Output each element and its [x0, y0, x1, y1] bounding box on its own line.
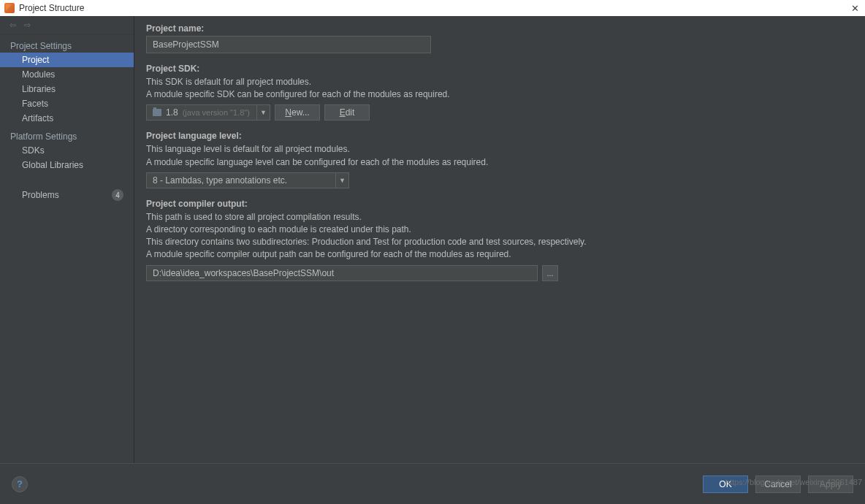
lang-level-label: Project language level:: [146, 131, 853, 141]
nav-forward-icon[interactable]: ⇨: [22, 20, 32, 31]
sidebar-item-facets[interactable]: Facets: [0, 96, 134, 111]
sidebar-item-global-libraries[interactable]: Global Libraries: [0, 158, 134, 172]
chevron-down-icon[interactable]: ▼: [257, 104, 270, 121]
problems-badge: 4: [112, 189, 123, 201]
sidebar-item-problems[interactable]: Problems 4: [0, 187, 134, 203]
browse-button[interactable]: ...: [542, 265, 558, 281]
window-title: Project Structure: [19, 3, 84, 13]
close-icon[interactable]: ✕: [849, 2, 861, 14]
compiler-output-input[interactable]: [146, 265, 538, 281]
lang-desc1: This language level is default for all p…: [146, 143, 853, 155]
out-desc3: This directory contains two subdirectori…: [146, 236, 853, 248]
chevron-down-icon[interactable]: ▼: [336, 172, 349, 188]
nav-back-icon[interactable]: ⇦: [7, 20, 18, 31]
out-desc1: This path is used to store all project c…: [146, 211, 853, 223]
sdk-desc1: This SDK is default for all project modu…: [146, 76, 853, 88]
sdk-desc2: A module specific SDK can be configured …: [146, 88, 853, 100]
out-desc2: A directory corresponding to each module…: [146, 224, 853, 235]
edit-sdk-button[interactable]: Edit: [324, 104, 370, 121]
help-button[interactable]: ?: [12, 476, 28, 492]
compiler-output-label: Project compiler output:: [146, 199, 853, 209]
new-sdk-button[interactable]: New...: [275, 104, 320, 121]
lang-level-dropdown[interactable]: 8 - Lambdas, type annotations etc. ▼: [146, 172, 853, 188]
folder-icon: [153, 109, 161, 116]
sdk-dropdown[interactable]: 1.8 (java version "1.8") ▼: [146, 104, 270, 121]
sidebar-item-sdks[interactable]: SDKs: [0, 143, 134, 158]
lang-desc2: A module specific language level can be …: [146, 156, 853, 168]
section-platform-settings: Platform Settings: [0, 126, 134, 143]
sidebar-item-modules[interactable]: Modules: [0, 67, 134, 82]
app-icon: [4, 3, 15, 13]
sidebar-item-artifacts[interactable]: Artifacts: [0, 111, 134, 126]
project-name-label: Project name:: [146, 23, 853, 34]
titlebar: Project Structure ✕: [0, 0, 865, 16]
out-desc4: A module specific compiler output path c…: [146, 248, 853, 260]
content-panel: Project name: Project SDK: This SDK is d…: [134, 16, 865, 463]
project-name-input[interactable]: [146, 36, 431, 53]
sidebar-item-libraries[interactable]: Libraries: [0, 82, 134, 96]
sidebar: ⇦ ⇨ Project Settings Project Modules Lib…: [0, 16, 134, 463]
sidebar-item-project[interactable]: Project: [0, 53, 134, 67]
section-project-settings: Project Settings: [0, 35, 134, 53]
project-sdk-label: Project SDK:: [146, 64, 853, 74]
watermark: https://blog.csdn.net/weixin_42061487: [725, 478, 862, 486]
